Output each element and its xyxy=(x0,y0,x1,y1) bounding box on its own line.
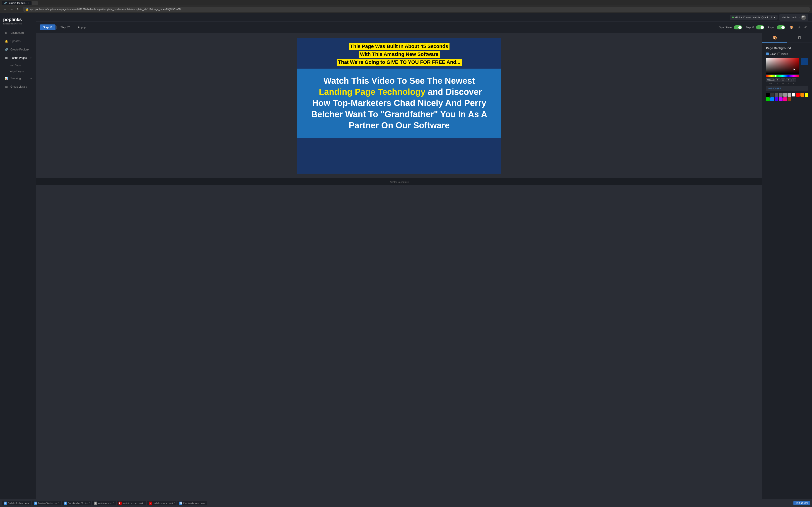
show-all-downloads-button[interactable]: Tout afficher xyxy=(794,501,810,505)
tab-label: Poplinks Toolbox... xyxy=(8,2,27,4)
chevron-up-icon-7: ^ xyxy=(205,502,206,504)
b-input[interactable] xyxy=(786,78,791,82)
refresh-button[interactable]: ↻ xyxy=(15,7,21,11)
a-input[interactable] xyxy=(792,78,796,82)
toggle-thumb-2 xyxy=(761,26,764,29)
r-input[interactable] xyxy=(775,78,780,82)
tab-close-button[interactable]: ✕ xyxy=(28,2,29,4)
canvas-area: This Page Was Built In About 45 Seconds … xyxy=(36,33,762,499)
sidebar-item-updates[interactable]: 🔔 Updates xyxy=(1,37,35,45)
sidebar-item-create-poplink[interactable]: 🔗 Create PopLink xyxy=(1,46,35,54)
app-layout: poplinks Special Beta Access ⊞ Dashboard… xyxy=(0,13,812,499)
color-preview-swatch[interactable] xyxy=(801,58,808,65)
tab-step2[interactable]: Step #2 xyxy=(57,24,73,30)
yellow-line-2: With This Amazing New Software xyxy=(359,51,440,58)
r-input-group: R xyxy=(775,78,780,84)
sidebar-item-tracking[interactable]: 📊 Tracking ◂ xyxy=(1,74,35,82)
sidebar-item-dashboard[interactable]: ⊞ Dashboard xyxy=(1,29,35,37)
highlight-landing-page: Landing Page Technology xyxy=(319,87,425,97)
download-label-3: Perry Belcher SP....jpg xyxy=(68,502,88,504)
chevron-down-icon-global: ▾ xyxy=(774,16,775,19)
tab-step1[interactable]: Step #1 xyxy=(40,24,55,30)
swatch-green[interactable] xyxy=(766,97,770,101)
swatch-purple[interactable] xyxy=(779,97,782,101)
paint-icon[interactable]: 🎨 xyxy=(789,25,794,30)
sidebar-item-popup-pages[interactable]: ◫ Popup Pages ▾ xyxy=(1,54,35,62)
popup-toggle-label: Popup xyxy=(768,26,775,29)
hex-display-value[interactable]: #0E4081FF xyxy=(766,86,808,91)
eye-icon[interactable]: 👁 xyxy=(803,25,808,30)
chevron-up-icon-2: ^ xyxy=(58,502,59,504)
a-label: A xyxy=(793,82,794,84)
tab-popup[interactable]: Popup xyxy=(74,24,89,30)
color-option-image[interactable]: Image xyxy=(777,53,788,55)
a-input-group: A xyxy=(792,78,796,84)
swatch-yellow[interactable] xyxy=(805,93,808,97)
download-item-7[interactable]: 🖼 PopLinks Launch....png ^ xyxy=(177,501,207,505)
hex-label: Hex xyxy=(769,82,772,84)
download-item-5[interactable]: ▶ poplinks-review....mp4 ^ xyxy=(117,501,146,505)
swatch-black[interactable] xyxy=(766,93,770,97)
sidebar-label-create: Create PopLink xyxy=(10,48,29,51)
yellow-text-block: This Page Was Built In About 45 Seconds … xyxy=(304,42,494,66)
bell-icon: 🔔 xyxy=(5,39,8,43)
header-icons: 🎨 ⇄ 👁 xyxy=(789,25,808,30)
swatch-pink[interactable] xyxy=(783,97,787,101)
active-tab[interactable]: 🔗 Poplinks Toolbox... ✕ xyxy=(2,1,32,5)
right-panel: 🎨 🖼 Page Background Color xyxy=(762,33,812,499)
yellow-banner: This Page Was Built In About 45 Seconds … xyxy=(297,38,501,69)
sidebar-item-group-library[interactable]: ▦ Group Library xyxy=(1,82,35,91)
toggle-thumb xyxy=(739,26,742,29)
yellow-line-3: That We're Going to GIVE TO YOU FOR FREE… xyxy=(337,59,462,66)
sync-styles-toggle[interactable] xyxy=(734,25,742,30)
back-button[interactable]: ← xyxy=(2,7,8,11)
popup-toggle[interactable] xyxy=(777,25,785,30)
r-label: R xyxy=(777,82,778,84)
user-menu[interactable]: Mathieu Janin ▾ MJ xyxy=(779,14,809,21)
download-file-icon-4: S xyxy=(94,502,97,505)
download-item-2[interactable]: 🖼 Poplinks Toolbox.png ^ xyxy=(32,501,61,505)
image-label: Image xyxy=(781,53,788,55)
shuffle-icon[interactable]: ⇄ xyxy=(797,25,801,30)
panel-tab-image[interactable]: 🖼 xyxy=(787,33,812,43)
chevron-left-icon: ◂ xyxy=(30,77,32,80)
swatch-medium-gray[interactable] xyxy=(779,93,782,97)
swatch-dark-gray[interactable] xyxy=(770,93,774,97)
download-item-6[interactable]: ▶ poplinks-review....mp4 ^ xyxy=(147,501,176,505)
sidebar-label-lead-steps: Lead Steps xyxy=(9,64,21,66)
download-item-3[interactable]: 🖼 Perry Belcher SP....jpg ^ xyxy=(62,501,91,505)
download-item-1[interactable]: 🖼 Poplinks Toolbox....png ^ xyxy=(2,501,31,505)
content-area: This Page Was Built In About 45 Seconds … xyxy=(36,33,812,499)
tab-separator-1: | xyxy=(56,26,57,29)
step2-toggle[interactable] xyxy=(756,25,764,30)
tab-step2-label: Step #2 xyxy=(60,26,70,29)
forward-button[interactable]: → xyxy=(9,7,14,11)
sidebar-item-bridge-pages[interactable]: Bridge Pages xyxy=(0,68,36,74)
swatch-lighter-gray[interactable] xyxy=(788,93,791,97)
new-tab-button[interactable]: + xyxy=(32,1,38,5)
hex-input[interactable] xyxy=(766,78,775,82)
saturation-lightness-picker[interactable] xyxy=(766,58,799,74)
download-item-4[interactable]: S poplinksnew.srt ^ xyxy=(92,501,116,505)
download-file-icon-5: ▶ xyxy=(118,502,122,505)
sidebar-item-lead-steps[interactable]: Lead Steps xyxy=(0,62,36,68)
swatch-light-gray[interactable] xyxy=(783,93,787,97)
hue-slider[interactable] xyxy=(766,75,799,77)
panel-tab-color[interactable]: 🎨 xyxy=(762,33,787,43)
swatch-white[interactable] xyxy=(792,93,796,97)
popup-toggle-group: Popup xyxy=(768,25,785,30)
swatch-blue[interactable] xyxy=(770,97,774,101)
capture-text[interactable]: Arrêter la capture xyxy=(390,181,409,183)
sync-styles-toggle-group: Sync Styles xyxy=(719,25,742,30)
download-file-icon-2: 🖼 xyxy=(34,502,37,505)
sidebar-label-updates: Updates xyxy=(10,40,20,43)
address-bar[interactable]: 🔒 app.poplinks.io/app/funnels/page-funne… xyxy=(23,7,810,12)
swatch-red[interactable] xyxy=(796,93,800,97)
swatch-orange[interactable] xyxy=(801,93,804,97)
tab-popup-label: Popup xyxy=(78,26,86,29)
swatch-gray[interactable] xyxy=(775,93,778,97)
swatch-brown[interactable] xyxy=(788,97,791,101)
swatch-indigo[interactable] xyxy=(775,97,778,101)
g-input[interactable] xyxy=(780,78,785,82)
color-option-color[interactable]: Color xyxy=(766,53,775,55)
